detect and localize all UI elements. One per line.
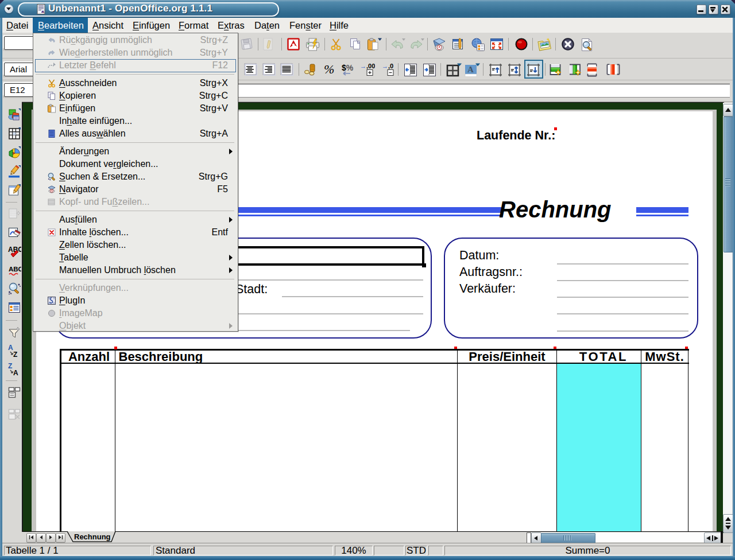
svg-text:ABC: ABC (9, 266, 21, 273)
svg-text:A: A (467, 65, 474, 74)
svg-text:Z: Z (13, 351, 17, 358)
svg-text:A: A (13, 369, 18, 376)
svg-text:$%: $% (342, 63, 354, 72)
svg-text:%: % (324, 63, 334, 76)
svg-text:Z: Z (8, 363, 12, 370)
svg-text:Rechnung: Rechnung (74, 532, 111, 541)
svg-text:→,0: →,0 (382, 63, 393, 69)
svg-text:A: A (8, 344, 13, 352)
svg-text:→,00: →,00 (360, 63, 375, 69)
